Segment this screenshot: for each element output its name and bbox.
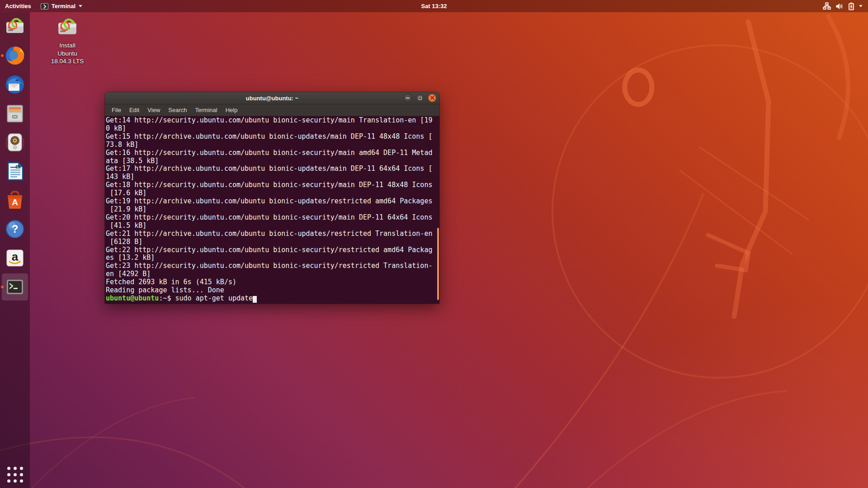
menu-view[interactable]: View — [143, 105, 164, 115]
window-title: ubuntu@ubuntu: ~ — [246, 95, 298, 102]
install-ubuntu-shortcut[interactable]: Install Ubuntu 18.04.3 LTS — [47, 17, 88, 66]
dock-item-files[interactable] — [0, 99, 30, 128]
command-text: sudo apt-get update — [171, 294, 253, 302]
terminal-menubar: File Edit View Search Terminal Help — [105, 104, 439, 116]
status-area[interactable] — [817, 0, 868, 12]
firefox-icon — [5, 45, 25, 66]
svg-text:A: A — [12, 197, 18, 207]
help-icon: ? — [5, 219, 25, 239]
dock-item-thunderbird[interactable] — [0, 70, 30, 99]
libreoffice-writer-icon — [5, 161, 25, 182]
battery-charging-icon — [848, 2, 854, 10]
ubuntu-installer-icon — [57, 32, 78, 39]
dock-item-rhythmbox[interactable] — [0, 128, 30, 157]
dock-item-installer[interactable] — [0, 12, 30, 41]
amazon-icon: a — [5, 248, 25, 268]
scrollbar-thumb[interactable] — [437, 228, 439, 300]
svg-text:a: a — [12, 250, 19, 263]
rhythmbox-icon — [5, 132, 25, 153]
ubuntu-software-icon: A — [5, 190, 25, 211]
text-cursor — [253, 296, 257, 303]
network-wired-icon — [823, 2, 831, 10]
terminal-app-icon — [5, 277, 25, 297]
terminal-titlebar[interactable]: ubuntu@ubuntu: ~ ✕ — [105, 92, 439, 104]
dock-item-help[interactable]: ? — [0, 215, 30, 244]
dock-item-terminal[interactable] — [0, 272, 30, 301]
menu-file[interactable]: File — [108, 105, 125, 115]
dock-item-amazon[interactable]: a — [0, 244, 30, 272]
volume-icon — [835, 3, 844, 10]
menu-search[interactable]: Search — [164, 105, 191, 115]
terminal-content[interactable]: Get:14 http://security.ubuntu.com/ubuntu… — [105, 116, 439, 304]
activities-label: Activities — [5, 3, 31, 9]
terminal-window: ubuntu@ubuntu: ~ ✕ File Edit View Search… — [105, 92, 439, 304]
chevron-down-icon — [859, 5, 863, 7]
menu-help[interactable]: Help — [222, 105, 242, 115]
app-menu-label: Terminal — [52, 3, 75, 9]
running-indicator — [1, 54, 4, 57]
maximize-button[interactable] — [416, 94, 424, 102]
install-shortcut-label: Install Ubuntu 18.04.3 LTS — [47, 42, 88, 66]
activities-button[interactable]: Activities — [0, 0, 36, 12]
show-applications-icon — [7, 467, 23, 483]
top-bar: Activities Terminal Sat 13:32 — [0, 0, 868, 12]
clock[interactable]: Sat 13:32 — [416, 0, 451, 12]
dock-item-ubuntu-software[interactable]: A — [0, 186, 30, 215]
desktop-wallpaper: Activities Terminal Sat 13:32 — [0, 0, 868, 488]
dock-item-libreoffice-writer[interactable] — [0, 157, 30, 186]
prompt-suffix: :~$ — [159, 294, 171, 302]
dock-item-firefox[interactable] — [0, 41, 30, 70]
thunderbird-icon — [5, 74, 25, 95]
prompt-user-host: ubuntu@ubuntu — [106, 294, 159, 302]
terminal-output: Get:14 http://security.ubuntu.com/ubuntu… — [106, 117, 439, 295]
minimize-button[interactable] — [404, 94, 412, 102]
ubuntu-installer-icon — [5, 16, 25, 37]
terminal-icon — [41, 3, 48, 9]
terminal-prompt-line: ubuntu@ubuntu:~$ sudo apt-get update — [106, 295, 439, 303]
app-menu-terminal[interactable]: Terminal — [36, 0, 87, 12]
show-applications-button[interactable] — [0, 464, 30, 485]
files-cabinet-icon — [5, 103, 25, 124]
svg-text:?: ? — [12, 223, 19, 235]
menu-terminal[interactable]: Terminal — [191, 105, 222, 115]
close-button[interactable]: ✕ — [428, 94, 436, 102]
dock: A ? a — [0, 12, 30, 488]
menu-edit[interactable]: Edit — [125, 105, 143, 115]
running-indicator — [1, 286, 4, 288]
chevron-down-icon — [79, 5, 82, 7]
